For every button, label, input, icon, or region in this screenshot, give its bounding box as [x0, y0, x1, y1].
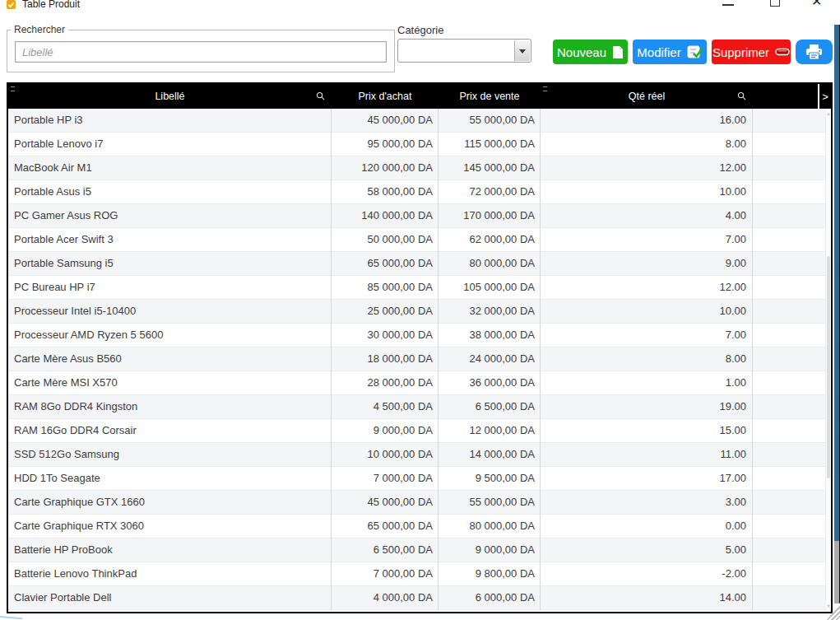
table-row[interactable]: Carte Mère MSI X570 28 000,00 DA 36 000,… [8, 371, 825, 395]
right-edge-scroll-strip [834, 541, 840, 604]
cell-libelle: PC Bureau HP i7 [8, 276, 332, 300]
cell-libelle: Batterie Lenovo ThinkPad [8, 562, 332, 586]
cell-prix-vente: 105 000,00 DA [439, 276, 541, 300]
cell-filler [753, 395, 825, 419]
cell-prix-achat: 7 000,00 DA [332, 562, 439, 586]
cell-qte-reel: 12.00 [541, 156, 753, 180]
cell-qte-reel: 7.00 [541, 324, 753, 347]
table-row[interactable]: HDD 1To Seagate 7 000,00 DA 9 500,00 DA … [8, 467, 825, 491]
table-row[interactable]: PC Bureau HP i7 85 000,00 DA 105 000,00 … [8, 276, 825, 300]
column-header-qte-reel[interactable]: Qté réel [541, 84, 753, 109]
table-row[interactable]: Portable Samsung i5 65 000,00 DA 80 000,… [8, 252, 825, 276]
vertical-scrollbar[interactable]: ▲ ▼ [825, 109, 831, 612]
title-bar[interactable]: Table Produit ✕ [0, 0, 840, 12]
category-label: Catégorie [397, 24, 443, 36]
cell-prix-vente: 72 000,00 DA [439, 180, 541, 204]
cell-libelle: Carte Graphique GTX 1660 [8, 491, 332, 515]
cell-qte-reel: 12.00 [541, 276, 753, 300]
nouveau-button[interactable]: Nouveau [553, 40, 628, 64]
table-row[interactable]: Batterie HP ProBook 6 500,00 DA 9 000,00… [8, 538, 825, 562]
cell-filler [753, 419, 825, 443]
cell-filler [753, 109, 825, 133]
cell-prix-vente: 6 500,00 DA [439, 395, 541, 419]
table-row[interactable]: Processeur Intel i5-10400 25 000,00 DA 3… [8, 300, 825, 324]
cell-prix-vente: 55 000,00 DA [439, 491, 541, 515]
column-header-prix-vente[interactable]: Prix de vente [439, 84, 541, 109]
column-header-libelle[interactable]: Libellé [8, 84, 332, 109]
cell-libelle: Carte Mère MSI X570 [8, 371, 332, 395]
cell-libelle: Portable Lenovo i7 [8, 133, 332, 156]
cell-prix-vente: 9 800,00 DA [439, 562, 541, 586]
cell-prix-achat: 50 000,00 DA [332, 228, 439, 252]
cell-libelle: MacBook Air M1 [8, 156, 332, 180]
cell-qte-reel: 11.00 [541, 443, 753, 467]
table-row[interactable]: Processeur AMD Ryzen 5 5600 30 000,00 DA… [8, 324, 825, 347]
table-row[interactable]: Clavier Portable Dell 4 000,00 DA 6 000,… [8, 586, 825, 610]
cell-filler [753, 252, 825, 276]
close-button[interactable]: ✕ [811, 0, 822, 10]
print-button[interactable] [796, 40, 833, 64]
table-row[interactable]: RAM 8Go DDR4 Kingston 4 500,00 DA 6 500,… [8, 395, 825, 419]
cell-prix-achat: 85 000,00 DA [332, 276, 439, 300]
search-icon[interactable] [316, 91, 325, 100]
cell-prix-achat: 58 000,00 DA [332, 180, 439, 204]
cell-qte-reel: 5.00 [541, 538, 753, 562]
cell-qte-reel: -2.00 [541, 562, 753, 586]
supprimer-button[interactable]: Supprimer [712, 40, 791, 64]
table-row[interactable]: Carte Graphique GTX 1660 45 000,00 DA 55… [8, 491, 825, 515]
cell-prix-achat: 10 000,00 DA [332, 443, 439, 467]
table-row[interactable]: RAM 16Go DDR4 Corsair 9 000,00 DA 12 000… [8, 419, 825, 443]
table-row[interactable]: Batterie Lenovo ThinkPad 7 000,00 DA 9 8… [8, 562, 825, 586]
cell-filler [753, 586, 825, 610]
minimize-button[interactable] [722, 4, 734, 6]
scroll-down-icon[interactable]: ▼ [826, 604, 831, 608]
cell-prix-vente: 38 000,00 DA [439, 324, 541, 347]
table-row[interactable]: PC Gamer Asus ROG 140 000,00 DA 170 000,… [8, 204, 825, 228]
next-column-button[interactable]: > [818, 84, 831, 109]
column-header-prix-achat[interactable]: Prix d'achat [332, 84, 439, 109]
table-row[interactable]: Carte Mère Asus B560 18 000,00 DA 24 000… [8, 347, 825, 371]
cell-libelle: PC Gamer Asus ROG [8, 204, 332, 228]
search-icon[interactable] [737, 91, 746, 100]
bottom-left-accent [0, 616, 22, 620]
table-row[interactable]: SSD 512Go Samsung 10 000,00 DA 14 000,00… [8, 443, 825, 467]
app-icon [7, 0, 16, 9]
cell-qte-reel: 16.00 [541, 109, 753, 133]
cell-prix-vente: 80 000,00 DA [439, 515, 541, 538]
category-combobox[interactable] [397, 39, 531, 63]
table-row[interactable]: Portable HP i3 45 000,00 DA 55 000,00 DA… [8, 109, 825, 133]
table-row[interactable]: Portable Acer Swift 3 50 000,00 DA 62 00… [8, 228, 825, 252]
cell-filler [753, 180, 825, 204]
cell-prix-achat: 30 000,00 DA [332, 324, 439, 347]
search-input[interactable] [15, 41, 387, 63]
cell-filler [753, 276, 825, 300]
table-header-row: Libellé Prix d'achat Prix de vente Qté r… [8, 84, 831, 109]
combobox-dropdown-button[interactable] [514, 40, 530, 61]
scroll-up-icon[interactable]: ▲ [826, 111, 831, 116]
cell-prix-achat: 45 000,00 DA [332, 491, 439, 515]
cell-qte-reel: 8.00 [541, 347, 753, 371]
cell-qte-reel: 15.00 [541, 419, 753, 443]
cell-libelle: Processeur Intel i5-10400 [8, 300, 332, 324]
cell-prix-achat: 4 000,00 DA [332, 586, 439, 610]
cell-prix-achat: 65 000,00 DA [332, 252, 439, 276]
modifier-button[interactable]: Modifier [633, 40, 707, 64]
table-row[interactable]: Carte Graphique RTX 3060 65 000,00 DA 80… [8, 515, 825, 538]
cell-filler [753, 515, 825, 538]
table-row[interactable]: Portable Asus i5 58 000,00 DA 72 000,00 … [8, 180, 825, 204]
cell-libelle: Portable Acer Swift 3 [8, 228, 332, 252]
scrollbar-thumb[interactable] [827, 256, 830, 478]
table-row[interactable]: Portable Lenovo i7 95 000,00 DA 115 000,… [8, 133, 825, 156]
window-title: Table Produit [22, 0, 80, 10]
cell-qte-reel: 0.00 [541, 515, 753, 538]
cell-filler [753, 228, 825, 252]
cell-qte-reel: 17.00 [541, 467, 753, 491]
table-row[interactable]: MacBook Air M1 120 000,00 DA 145 000,00 … [8, 156, 825, 180]
cell-filler [753, 467, 825, 491]
cell-prix-vente: 9 500,00 DA [439, 467, 541, 491]
cell-prix-vente: 145 000,00 DA [439, 156, 541, 180]
cell-prix-achat: 45 000,00 DA [332, 109, 439, 133]
maximize-button[interactable] [770, 0, 780, 7]
cell-prix-achat: 7 000,00 DA [332, 467, 439, 491]
nouveau-button-label: Nouveau [557, 45, 606, 59]
